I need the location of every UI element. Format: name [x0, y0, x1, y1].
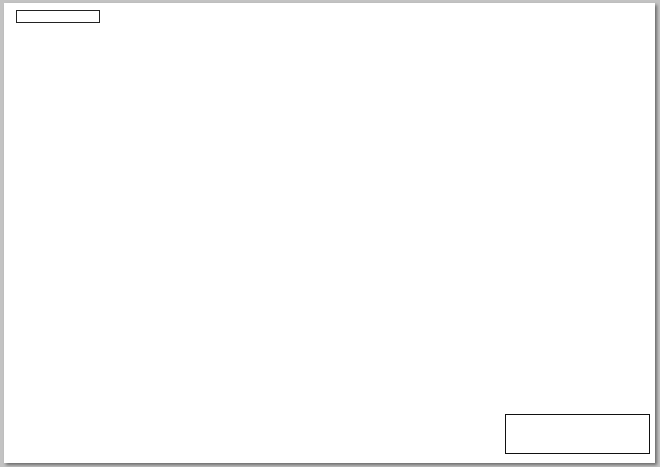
title-block — [505, 414, 650, 454]
drawing-sheet-view — [0, 0, 660, 467]
corner-stamp — [16, 10, 100, 23]
schematic-canvas — [0, 0, 660, 467]
